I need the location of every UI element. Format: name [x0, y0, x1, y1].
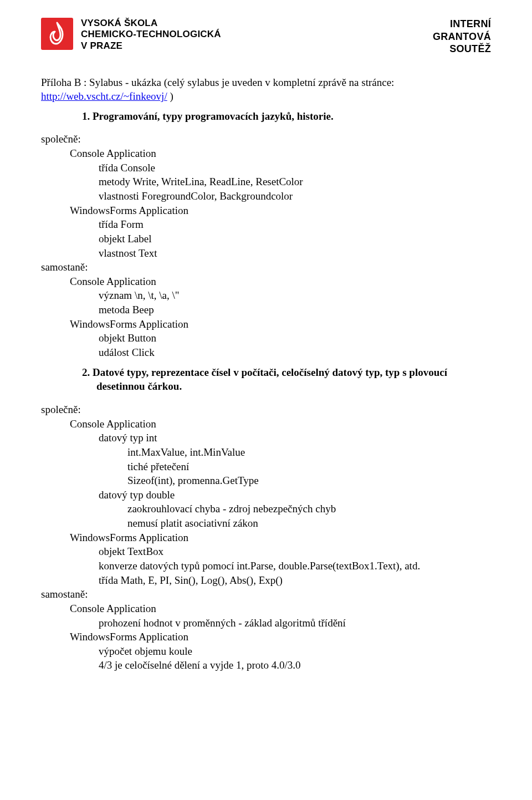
header-right-line: SOUTĚŽ — [433, 43, 491, 55]
syllabus-line: objekt Label — [41, 232, 491, 246]
syllabus-line: objekt TextBox — [41, 544, 491, 559]
syllabus-line: nemusí platit asociativní zákon — [41, 516, 491, 531]
syllabus-line: třída Console — [41, 161, 491, 175]
syllabus-line: metody Write, WriteLina, ReadLine, Reset… — [41, 175, 491, 189]
syllabus-line: Console Application — [41, 417, 491, 431]
intro-text-after: ) — [167, 90, 173, 102]
brand-text: VYSOKÁ ŠKOLA CHEMICKO-TECHNOLOGICKÁ V PR… — [81, 18, 221, 52]
syllabus-line: WindowsForms Application — [41, 531, 491, 545]
brand-block: VYSOKÁ ŠKOLA CHEMICKO-TECHNOLOGICKÁ V PR… — [41, 18, 221, 52]
intro-paragraph: Příloha B : Sylabus - ukázka (celý sylab… — [41, 75, 491, 104]
syllabus-line: vlastnost Text — [41, 246, 491, 261]
syllabus-line: datový typ int — [41, 431, 491, 445]
page: VYSOKÁ ŠKOLA CHEMICKO-TECHNOLOGICKÁ V PR… — [0, 0, 532, 800]
syllabus-line: WindowsForms Application — [41, 317, 491, 332]
syllabus-line: Console Application — [41, 274, 491, 289]
syllabus-line: objekt Button — [41, 331, 491, 345]
page-header: VYSOKÁ ŠKOLA CHEMICKO-TECHNOLOGICKÁ V PR… — [41, 18, 491, 55]
block-label: společně: — [41, 402, 491, 417]
syllabus-content: 1. Programování, typy programovacích jaz… — [41, 109, 491, 672]
block-label: společně: — [41, 132, 491, 146]
header-right-line: GRANTOVÁ — [433, 30, 491, 43]
syllabus-line: výpočet objemu koule — [41, 644, 491, 659]
syllabus-line: vlastnosti ForegroundColor, Backgroundco… — [41, 189, 491, 203]
syllabus-line: třída Form — [41, 217, 491, 232]
syllabus-line: tiché přetečení — [41, 460, 491, 474]
syllabus-link[interactable]: http://web.vscht.cz/~finkeovj/ — [41, 90, 167, 102]
syllabus-line: konverze datových typů pomocí int.Parse,… — [41, 559, 491, 573]
syllabus-line: 4/3 je celočíselné dělení a vyjde 1, pro… — [41, 658, 491, 672]
section-title: 2. Datové typy, reprezentace čísel v poč… — [41, 365, 491, 394]
syllabus-line: int.MaxValue, int.MinValue — [41, 445, 491, 460]
brand-line: V PRAZE — [81, 40, 221, 52]
brand-line: CHEMICKO-TECHNOLOGICKÁ — [81, 29, 221, 40]
syllabus-line: Sizeof(int), promenna.GetType — [41, 473, 491, 488]
syllabus-line: zaokrouhlovací chyba - zdroj nebezpečnýc… — [41, 502, 491, 516]
block-label: samostaně: — [41, 260, 491, 274]
syllabus-line: prohození hodnot v proměnných - základ a… — [41, 616, 491, 630]
brand-line: VYSOKÁ ŠKOLA — [81, 18, 221, 29]
syllabus-line: třída Math, E, PI, Sin(), Log(), Abs(), … — [41, 573, 491, 588]
header-right-line: INTERNÍ — [433, 18, 491, 30]
syllabus-line: Console Application — [41, 146, 491, 161]
syllabus-line: Console Application — [41, 602, 491, 616]
header-right-title: INTERNÍ GRANTOVÁ SOUTĚŽ — [433, 18, 491, 55]
syllabus-line: význam \n, \t, \a, \" — [41, 288, 491, 303]
syllabus-line: metoda Beep — [41, 303, 491, 317]
syllabus-line: datový typ double — [41, 488, 491, 502]
intro-text-before: Příloha B : Sylabus - ukázka (celý sylab… — [41, 77, 394, 88]
syllabus-line: WindowsForms Application — [41, 203, 491, 218]
block-label: samostaně: — [41, 587, 491, 602]
syllabus-line: WindowsForms Application — [41, 630, 491, 644]
vscht-logo-icon — [41, 18, 73, 50]
section-title: 1. Programování, typy programovacích jaz… — [41, 109, 491, 124]
syllabus-line: událost Click — [41, 345, 491, 360]
